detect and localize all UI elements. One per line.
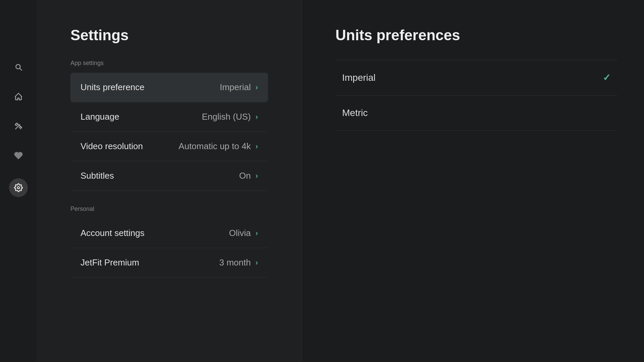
chevron-right-icon: ›: [256, 83, 258, 92]
language-value: English (US) ›: [202, 112, 258, 122]
personal-label: Personal: [70, 205, 268, 213]
language-label: Language: [80, 112, 119, 122]
personal-settings-list: Account settings Olivia › JetFit Premium…: [70, 219, 268, 278]
svg-point-3: [17, 187, 20, 189]
subtitles-value: On ›: [239, 171, 258, 181]
jetfit-premium-label: JetFit Premium: [80, 257, 139, 268]
jetfit-premium-item[interactable]: JetFit Premium 3 month ›: [70, 248, 268, 278]
chevron-right-icon: ›: [256, 113, 258, 121]
settings-panel: Settings App settings Units preference I…: [37, 0, 302, 362]
video-resolution-item[interactable]: Video resolution Automatic up to 4k ›: [70, 132, 268, 161]
units-preferences-title: Units preferences: [335, 27, 617, 44]
chevron-right-icon: ›: [256, 229, 258, 238]
video-resolution-value: Automatic up to 4k ›: [178, 141, 258, 152]
metric-option[interactable]: Metric: [335, 96, 617, 131]
favorites-icon[interactable]: [12, 149, 25, 162]
jetfit-premium-value: 3 month ›: [219, 257, 258, 268]
subtitles-label: Subtitles: [80, 171, 114, 181]
imperial-option[interactable]: Imperial ✓: [335, 60, 617, 96]
chevron-right-icon: ›: [256, 142, 258, 151]
app-settings-list: Units preference Imperial › Language Eng…: [70, 73, 268, 191]
subtitles-item[interactable]: Subtitles On ›: [70, 161, 268, 191]
app-settings-label: App settings: [70, 60, 268, 67]
page-title: Settings: [70, 27, 268, 44]
search-icon[interactable]: [12, 60, 25, 74]
units-options-list: Imperial ✓ Metric: [335, 60, 617, 131]
units-preference-label: Units preference: [80, 82, 145, 93]
language-item[interactable]: Language English (US) ›: [70, 102, 268, 132]
chevron-right-icon: ›: [256, 258, 258, 267]
metric-label: Metric: [342, 108, 368, 118]
home-icon[interactable]: [12, 90, 25, 103]
video-resolution-label: Video resolution: [80, 141, 143, 152]
imperial-label: Imperial: [342, 72, 376, 83]
account-settings-value: Olivia ›: [229, 228, 258, 238]
units-preference-value: Imperial ›: [220, 82, 258, 93]
checkmark-icon: ✓: [603, 72, 610, 83]
chevron-right-icon: ›: [256, 172, 258, 180]
settings-icon[interactable]: [9, 178, 28, 197]
units-preferences-panel: Units preferences Imperial ✓ Metric: [302, 0, 644, 362]
tools-icon[interactable]: [12, 119, 25, 133]
sidebar: [0, 0, 37, 362]
units-preference-item[interactable]: Units preference Imperial ›: [70, 73, 268, 102]
account-settings-item[interactable]: Account settings Olivia ›: [70, 219, 268, 248]
account-settings-label: Account settings: [80, 228, 145, 238]
